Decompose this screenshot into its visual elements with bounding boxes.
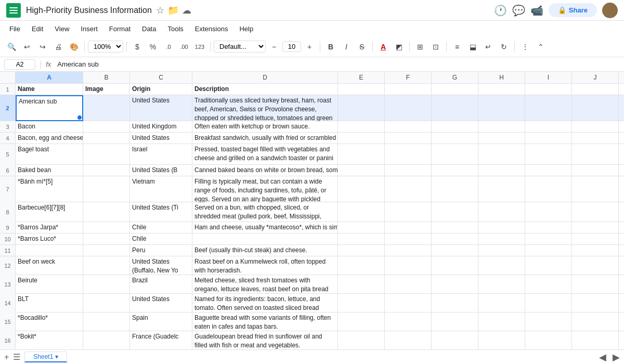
cell-j9[interactable] — [572, 222, 619, 233]
cell-k15[interactable] — [619, 313, 624, 331]
font-select[interactable]: Default... Arial Times New Roman — [214, 41, 266, 53]
cell-k12[interactable] — [619, 256, 624, 275]
increase-font-button[interactable]: + — [302, 40, 317, 54]
cell-b3[interactable] — [83, 121, 130, 132]
cell-i3[interactable] — [525, 121, 572, 132]
menu-edit[interactable]: Edit — [27, 23, 48, 34]
row-num-12[interactable]: 12 — [0, 256, 16, 275]
cell-d3[interactable]: Often eaten with ketchup or brown sauce. — [192, 121, 338, 132]
borders-button[interactable]: ⊞ — [413, 40, 427, 54]
col-header-d[interactable]: D — [192, 72, 338, 83]
cell-a6[interactable]: Baked bean — [16, 165, 83, 176]
cell-d2[interactable]: Traditionally uses sliced turkey breast,… — [192, 95, 338, 121]
cell-b8[interactable] — [83, 202, 130, 222]
share-button[interactable]: 🔒 Share — [549, 3, 597, 17]
row-num-8[interactable]: 8 — [0, 202, 16, 222]
formula-input[interactable] — [57, 60, 620, 68]
cell-b4[interactable] — [83, 133, 130, 144]
cell-k7[interactable] — [619, 176, 624, 202]
cell-f8[interactable] — [385, 202, 432, 222]
row-num-9[interactable]: 9 — [0, 222, 16, 233]
cell-d11[interactable]: Beef (usually thin-cut steak) and cheese… — [192, 245, 338, 256]
cell-h14[interactable] — [478, 294, 525, 313]
cell-j4[interactable] — [572, 133, 619, 144]
cell-g9[interactable] — [432, 222, 478, 233]
menu-format[interactable]: Format — [104, 23, 136, 34]
cell-c10[interactable]: Chile — [130, 233, 192, 244]
col-header-c[interactable]: C — [130, 72, 192, 83]
cell-h4[interactable] — [478, 133, 525, 144]
cell-i4[interactable] — [525, 133, 572, 144]
sheet-list-button[interactable]: ☰ — [13, 352, 20, 362]
cloud-icon[interactable]: ☁ — [182, 5, 191, 16]
cell-f16[interactable] — [385, 331, 432, 349]
cell-a2[interactable]: American sub — [16, 95, 83, 121]
cell-i8[interactable] — [525, 202, 572, 222]
cell-h12[interactable] — [478, 256, 525, 275]
format-123-button[interactable]: 123 — [192, 40, 207, 54]
cell-f10[interactable] — [385, 233, 432, 244]
cell-d15[interactable]: Baguette bread with some variants of fil… — [192, 313, 338, 331]
cell-a9[interactable]: *Barros Jarpa* — [16, 222, 83, 233]
halign-button[interactable]: ≡ — [450, 40, 464, 54]
collapse-button[interactable]: ⌃ — [534, 40, 548, 54]
cell-j3[interactable] — [572, 121, 619, 132]
cell-k3[interactable] — [619, 121, 624, 132]
cell-b1[interactable]: Image — [83, 84, 130, 95]
avatar[interactable] — [602, 3, 618, 18]
cell-j8[interactable] — [572, 202, 619, 222]
cell-k13[interactable] — [619, 275, 624, 294]
row-num-3[interactable]: 3 — [0, 121, 16, 132]
row-num-13[interactable]: 13 — [0, 275, 16, 294]
cell-c6[interactable]: United States (B — [130, 165, 192, 176]
cell-j11[interactable] — [572, 245, 619, 256]
menu-help[interactable]: Help — [234, 23, 258, 34]
cell-g8[interactable] — [432, 202, 478, 222]
cell-h8[interactable] — [478, 202, 525, 222]
cell-c16[interactable]: France (Guadelc — [130, 331, 192, 349]
cell-a15[interactable]: *Bocadillo* — [16, 313, 83, 331]
row-num-4[interactable]: 4 — [0, 133, 16, 144]
cell-i2[interactable] — [525, 95, 572, 121]
cell-b12[interactable] — [83, 256, 130, 275]
cell-g10[interactable] — [432, 233, 478, 244]
row-num-14[interactable]: 14 — [0, 294, 16, 313]
cell-c7[interactable]: Vietnam — [130, 176, 192, 202]
wrap-button[interactable]: ↵ — [481, 40, 496, 54]
bold-button[interactable]: B — [323, 40, 338, 54]
scroll-right-icon[interactable]: ▶ — [613, 352, 620, 363]
cell-k10[interactable] — [619, 233, 624, 244]
cell-k4[interactable] — [619, 133, 624, 144]
cell-b5[interactable] — [83, 144, 130, 165]
cell-d1[interactable]: Description — [192, 84, 338, 95]
star-icon[interactable]: ☆ — [156, 5, 164, 16]
valign-button[interactable]: ⬓ — [465, 40, 480, 54]
cell-i12[interactable] — [525, 256, 572, 275]
cell-g1[interactable] — [432, 84, 478, 95]
cell-c5[interactable]: Israel — [130, 144, 192, 165]
col-header-i[interactable]: I — [525, 72, 572, 83]
cell-g4[interactable] — [432, 133, 478, 144]
cell-g3[interactable] — [432, 121, 478, 132]
cell-i9[interactable] — [525, 222, 572, 233]
cell-e6[interactable] — [338, 165, 385, 176]
cell-g16[interactable] — [432, 331, 478, 349]
col-header-j[interactable]: J — [572, 72, 619, 83]
font-size-input[interactable] — [282, 41, 301, 52]
cell-a11[interactable] — [16, 245, 83, 256]
cell-g14[interactable] — [432, 294, 478, 313]
increase-decimal-button[interactable]: .00 — [177, 40, 191, 54]
cell-h13[interactable] — [478, 275, 525, 294]
cell-c8[interactable]: United States (Ti — [130, 202, 192, 222]
cell-c1[interactable]: Origin — [130, 84, 192, 95]
cell-f5[interactable] — [385, 144, 432, 165]
cell-b13[interactable] — [83, 275, 130, 294]
cell-e3[interactable] — [338, 121, 385, 132]
cell-a7[interactable]: *Bánh mì*[5] — [16, 176, 83, 202]
cell-f13[interactable] — [385, 275, 432, 294]
cell-d13[interactable]: Melted cheese, sliced fresh tomatoes wit… — [192, 275, 338, 294]
cell-h9[interactable] — [478, 222, 525, 233]
cell-b9[interactable] — [83, 222, 130, 233]
redo-button[interactable]: ↪ — [35, 40, 50, 54]
cell-j5[interactable] — [572, 144, 619, 165]
